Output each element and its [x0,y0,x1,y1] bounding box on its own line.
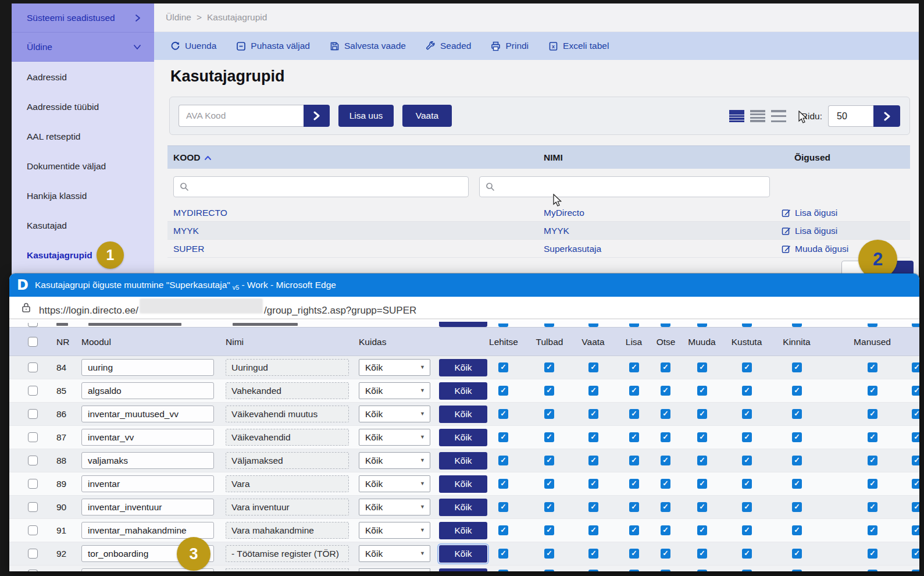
perm-checkbox-kustuta[interactable] [742,479,752,489]
nimi-filter-input[interactable] [479,176,770,197]
perm-checkbox-otse[interactable] [661,456,670,465]
perm-checkbox-kinnita[interactable] [792,549,802,559]
perm-checkbox-manused[interactable] [868,409,877,419]
perm-checkbox-lisa[interactable] [629,386,639,396]
perm-checkbox-kustuta[interactable] [742,549,752,559]
perm-checkbox-lisa[interactable] [629,525,639,535]
perm-checkbox-otse[interactable] [661,479,670,489]
perm-checkbox-clipped[interactable] [912,525,919,535]
perm-checkbox-manused[interactable] [868,502,877,512]
perm-checkbox-kustuta[interactable] [742,362,752,372]
grant-all-button[interactable]: Kõik [439,522,487,539]
perm-checkbox-lehitse[interactable] [498,502,508,512]
perm-checkbox-muuda[interactable] [697,386,707,396]
perm-checkbox-vaata[interactable] [588,386,598,396]
breadcrumb-section[interactable]: Üldine [166,12,191,23]
kuidas-select[interactable]: Kõik ▼ [359,522,430,539]
perm-checkbox-kustuta[interactable] [742,409,752,419]
sidebar-item[interactable]: AAL retseptid [12,122,154,151]
sidebar-item[interactable]: Aadresside tüübid [12,92,154,122]
grant-all-button[interactable]: Kõik [439,499,487,516]
group-name-link[interactable]: MyDirecto [544,204,584,222]
row-select-checkbox[interactable] [28,456,38,465]
clear-fields-button[interactable]: Puhasta väljad [236,41,310,51]
perm-checkbox-vaata[interactable] [588,525,598,535]
perm-checkbox-lehitse[interactable] [498,456,508,465]
perm-checkbox-muuda[interactable] [697,409,707,419]
add-new-button[interactable]: Lisa uus [338,105,394,127]
perm-checkbox-vaata[interactable] [588,409,598,419]
settings-button[interactable]: Seaded [426,41,471,51]
perm-checkbox-vaata[interactable] [588,502,598,512]
rights-action-link[interactable]: Muuda õigusi [782,240,848,258]
perm-checkbox-lehitse[interactable] [498,479,508,489]
perm-checkbox-clipped[interactable] [912,409,919,419]
sidebar-item[interactable]: Hankija klassid [12,181,154,211]
perm-checkbox-clipped[interactable] [912,386,919,396]
sidebar-item[interactable]: Dokumentide väljad [12,151,154,181]
perm-checkbox-kustuta[interactable] [742,502,752,512]
grant-all-button[interactable]: Kõik [439,382,487,400]
perm-checkbox-tulbad[interactable] [544,549,554,559]
perm-checkbox-otse[interactable] [661,525,670,535]
perm-checkbox-muuda[interactable] [697,362,707,372]
perm-checkbox-manused[interactable] [868,456,877,465]
perm-checkbox-kinnita[interactable] [792,525,802,535]
kuidas-select[interactable]: Kõik ▼ [359,545,430,562]
perm-checkbox-clipped[interactable] [912,362,919,372]
excel-export-button[interactable]: x Exceli tabel [548,41,609,51]
grant-all-button[interactable]: Kõik [439,452,487,470]
module-code-input[interactable] [81,499,214,515]
group-code-link[interactable]: MYDIRECTO [173,204,227,222]
kuidas-select[interactable]: Kõik ▼ [359,499,430,515]
perm-checkbox-kinnita[interactable] [792,362,802,372]
sidebar-item[interactable]: Kasutajagrupid 1 [12,240,154,270]
perm-checkbox-lisa[interactable] [629,409,639,419]
perm-checkbox-otse[interactable] [661,409,670,419]
perm-checkbox-tulbad[interactable] [544,409,554,419]
density-compact-icon[interactable] [729,110,744,122]
perm-checkbox-manused[interactable] [868,386,877,396]
rights-action-link[interactable]: Lisa õigusi [782,222,837,240]
open-code-go-button[interactable] [304,105,330,127]
perm-checkbox-vaata[interactable] [588,456,598,465]
perm-checkbox-clipped[interactable] [912,549,919,559]
refresh-button[interactable]: Uuenda [170,41,216,51]
perm-checkbox-kustuta[interactable] [742,525,752,535]
column-header-nimi[interactable]: NIMI [544,146,563,169]
rights-action-link[interactable]: Lisa õigusi [782,204,837,222]
print-button[interactable]: Prindi [491,41,529,51]
sidebar-root-system-settings[interactable]: Süsteemi seadistused [12,3,154,33]
grant-all-button[interactable]: Kõik [439,406,487,423]
perm-checkbox-clipped[interactable] [912,432,919,442]
perm-checkbox-tulbad[interactable] [544,386,554,396]
perm-checkbox-lisa[interactable] [629,456,639,465]
rows-per-page-input[interactable] [828,105,873,127]
row-select-checkbox[interactable] [28,432,38,442]
kuidas-select[interactable]: Kõik ▼ [359,406,430,422]
density-wide-icon[interactable] [771,110,786,122]
perm-checkbox-kustuta[interactable] [742,386,752,396]
perm-checkbox-lehitse[interactable] [498,362,508,372]
perm-checkbox-muuda[interactable] [697,525,707,535]
perm-checkbox-otse[interactable] [661,386,670,396]
perm-checkbox-lehitse[interactable] [498,549,508,559]
popup-address-bar[interactable]: https://login.directo.ee//group_rights2.… [9,297,919,319]
rows-per-page-apply-button[interactable] [873,105,900,127]
column-header-kood[interactable]: KOOD [173,146,212,169]
open-code-input[interactable] [179,105,304,127]
save-view-button[interactable]: Salvesta vaade [330,41,406,51]
module-code-input[interactable] [81,382,214,399]
view-button[interactable]: Vaata [402,105,452,127]
perm-checkbox-clipped[interactable] [912,456,919,465]
perm-checkbox-tulbad[interactable] [544,502,554,512]
perm-checkbox-otse[interactable] [661,362,670,372]
module-code-input[interactable] [81,452,214,469]
perm-checkbox-lisa[interactable] [629,479,639,489]
perm-checkbox-clipped[interactable] [912,479,919,489]
kuidas-select[interactable]: Kõik ▼ [359,382,430,399]
perm-checkbox-tulbad[interactable] [544,432,554,442]
kood-filter-input[interactable] [173,176,469,197]
perm-checkbox-clipped[interactable] [912,502,919,512]
perm-checkbox-vaata[interactable] [588,362,598,372]
